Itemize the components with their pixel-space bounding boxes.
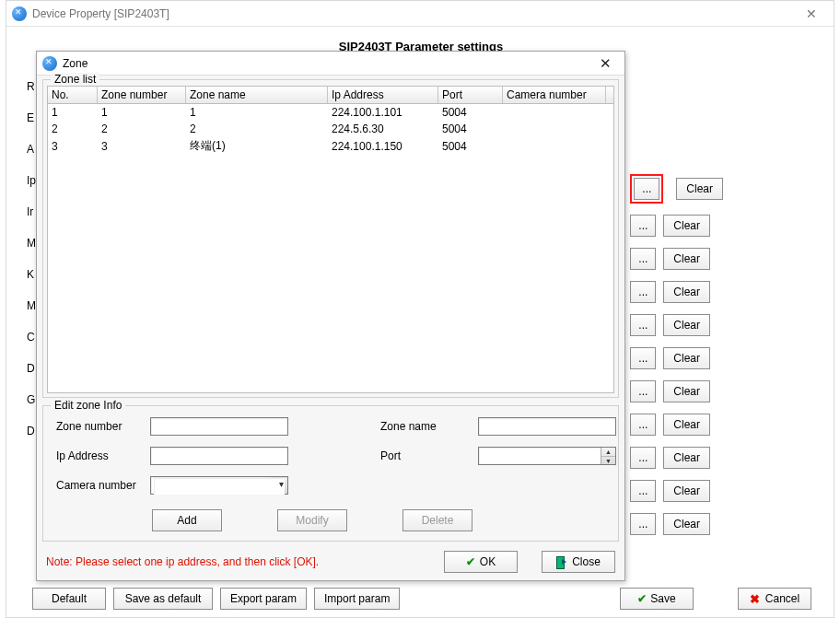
truncated-label: Ip bbox=[27, 165, 36, 196]
clear-button[interactable]: Clear bbox=[663, 215, 710, 237]
check-icon: ✔ bbox=[637, 592, 647, 605]
parent-title: Device Property [SIP2403T] bbox=[32, 7, 169, 20]
side-row: ...Clear bbox=[630, 215, 723, 237]
cell-zone-name: 终端(1) bbox=[186, 137, 328, 155]
close-icon[interactable]: ✕ bbox=[795, 4, 828, 24]
browse-button[interactable]: ... bbox=[630, 347, 656, 369]
zone-name-field[interactable] bbox=[478, 417, 616, 436]
col-zone-name[interactable]: Zone name bbox=[186, 87, 328, 103]
clear-button[interactable]: Clear bbox=[663, 414, 710, 436]
clear-button[interactable]: Clear bbox=[663, 447, 710, 469]
truncated-label: A bbox=[27, 134, 36, 165]
truncated-label: K bbox=[27, 259, 36, 290]
truncated-label: G bbox=[27, 384, 36, 415]
browse-button[interactable]: ... bbox=[630, 281, 656, 303]
col-ip[interactable]: Ip Address bbox=[328, 87, 438, 103]
truncated-label: C bbox=[27, 321, 36, 353]
zone-number-field[interactable] bbox=[150, 417, 288, 436]
clear-button[interactable]: Clear bbox=[676, 178, 723, 200]
export-param-button[interactable]: Export param bbox=[220, 588, 307, 610]
delete-button[interactable]: Delete bbox=[402, 509, 472, 531]
cell-port: 5004 bbox=[438, 122, 503, 136]
clear-button[interactable]: Clear bbox=[663, 281, 710, 303]
close-icon[interactable]: ✕ bbox=[591, 55, 619, 72]
port-spinner[interactable]: ▲▼ bbox=[601, 448, 615, 464]
label-ip: Ip Address bbox=[56, 449, 150, 462]
browse-button[interactable]: ... bbox=[630, 447, 656, 469]
edit-zone-fieldset: Edit zone Info Zone number Zone name Ip … bbox=[42, 405, 619, 542]
default-button[interactable]: Default bbox=[32, 588, 106, 610]
parent-titlebar: Device Property [SIP2403T] ✕ bbox=[6, 1, 834, 27]
side-row: ...Clear bbox=[630, 480, 723, 502]
parent-body: SIP2403T Parameter settings bbox=[6, 27, 834, 53]
browse-button[interactable]: ... bbox=[630, 480, 656, 502]
cell-camera bbox=[503, 111, 606, 113]
save-as-default-button[interactable]: Save as default bbox=[113, 588, 213, 610]
cell-camera bbox=[503, 128, 606, 130]
cell-no: 2 bbox=[48, 122, 98, 136]
highlighted-browse: ... bbox=[630, 174, 663, 204]
modify-button[interactable]: Modify bbox=[277, 509, 347, 531]
ok-button[interactable]: ✔ OK bbox=[444, 551, 518, 573]
col-zone-number[interactable]: Zone number bbox=[98, 87, 186, 103]
col-port[interactable]: Port bbox=[438, 87, 503, 103]
zone-footer: Note: Please select one ip address, and … bbox=[37, 545, 624, 580]
table-row[interactable]: 111224.100.1.1015004 bbox=[48, 104, 613, 121]
browse-button[interactable]: ... bbox=[634, 178, 659, 200]
table-row[interactable]: 222224.5.6.305004 bbox=[48, 121, 613, 137]
cancel-button-label: Cancel bbox=[765, 592, 799, 605]
device-property-window: Device Property [SIP2403T] ✕ SIP2403T Pa… bbox=[6, 0, 834, 618]
cell-no: 1 bbox=[48, 105, 98, 120]
close-button[interactable]: Close bbox=[542, 551, 615, 573]
cell-camera bbox=[503, 146, 606, 147]
save-button-label: Save bbox=[650, 592, 675, 605]
truncated-label: M bbox=[27, 290, 36, 321]
cell-zone-name: 2 bbox=[186, 122, 328, 136]
browse-button[interactable]: ... bbox=[630, 248, 656, 270]
zone-title: Zone bbox=[63, 57, 88, 70]
browse-button[interactable]: ... bbox=[630, 314, 656, 336]
browse-button[interactable]: ... bbox=[630, 414, 656, 436]
side-row: ...Clear bbox=[630, 513, 723, 535]
import-param-button[interactable]: Import param bbox=[314, 588, 400, 610]
port-field[interactable] bbox=[478, 447, 616, 465]
parent-bottom-bar: Default Save as default Export param Imp… bbox=[32, 588, 819, 610]
label-camera: Camera number bbox=[56, 479, 150, 492]
clear-button[interactable]: Clear bbox=[663, 513, 710, 535]
label-port: Port bbox=[380, 449, 478, 462]
cell-zone-number: 3 bbox=[98, 139, 186, 154]
ip-address-field[interactable] bbox=[150, 447, 288, 465]
browse-button[interactable]: ... bbox=[630, 215, 656, 237]
save-button[interactable]: ✔ Save bbox=[620, 588, 694, 610]
cell-zone-number: 1 bbox=[98, 105, 186, 120]
cell-port: 5004 bbox=[438, 105, 503, 120]
truncated-label: E bbox=[27, 102, 36, 134]
side-row: ...Clear bbox=[630, 447, 723, 469]
truncated-label: Ir bbox=[27, 196, 36, 227]
add-button[interactable]: Add bbox=[152, 509, 222, 531]
clear-button[interactable]: Clear bbox=[663, 314, 710, 336]
side-row: ...Clear bbox=[630, 248, 723, 270]
zone-list-body[interactable]: 111224.100.1.1015004222224.5.6.30500433终… bbox=[47, 104, 614, 393]
side-row: ...Clear bbox=[630, 347, 723, 369]
browse-button[interactable]: ... bbox=[630, 380, 656, 402]
col-no[interactable]: No. bbox=[48, 87, 98, 103]
cancel-x-icon: ✖ bbox=[750, 592, 760, 606]
zone-list-header: No. Zone number Zone name Ip Address Por… bbox=[47, 86, 614, 104]
clear-button[interactable]: Clear bbox=[663, 248, 710, 270]
camera-number-field[interactable] bbox=[154, 478, 285, 495]
table-row[interactable]: 33终端(1)224.100.1.1505004 bbox=[48, 137, 613, 154]
zone-dialog: Zone ✕ Zone list No. Zone number Zone na… bbox=[36, 51, 625, 581]
col-camera[interactable]: Camera number bbox=[503, 87, 606, 103]
side-row: ...Clear bbox=[630, 174, 723, 204]
truncated-label: D bbox=[27, 353, 36, 384]
cancel-button[interactable]: ✖ Cancel bbox=[738, 588, 811, 610]
side-button-column: ...Clear...Clear...Clear...Clear...Clear… bbox=[630, 174, 723, 535]
label-zone-number: Zone number bbox=[56, 420, 150, 433]
side-row: ...Clear bbox=[630, 281, 723, 303]
browse-button[interactable]: ... bbox=[630, 513, 656, 535]
side-row: ...Clear bbox=[630, 314, 723, 336]
clear-button[interactable]: Clear bbox=[663, 380, 710, 402]
clear-button[interactable]: Clear bbox=[663, 347, 710, 369]
clear-button[interactable]: Clear bbox=[663, 480, 710, 502]
